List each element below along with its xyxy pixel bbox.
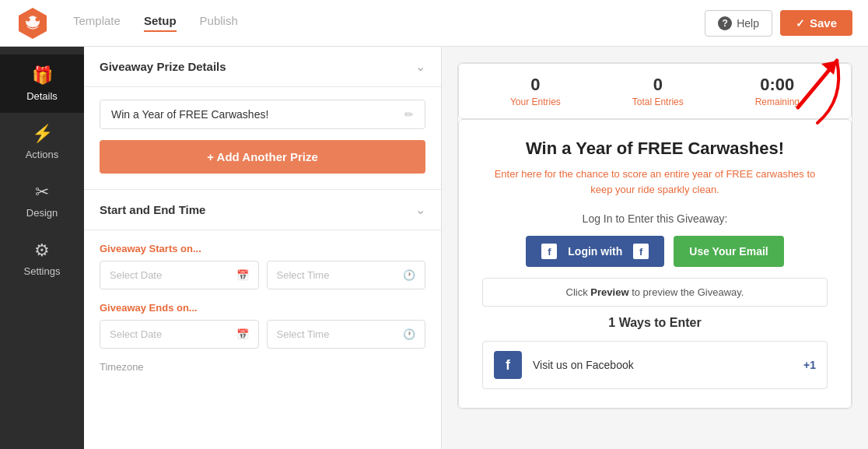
sidebar-item-label-actions: Actions <box>26 149 59 160</box>
end-time-input[interactable]: Select Time 🕐 <box>267 320 426 349</box>
entry-facebook-icon: f <box>494 351 522 379</box>
nav-actions: ? Help ✓ Save <box>705 10 852 37</box>
login-with-fb-text: Login with <box>568 245 622 258</box>
end-date-input[interactable]: Select Date 📅 <box>100 320 259 349</box>
end-time-placeholder: Select Time <box>277 328 330 340</box>
svg-point-4 <box>30 16 35 19</box>
svg-point-2 <box>26 17 30 21</box>
edit-icon[interactable]: ✏ <box>404 108 414 121</box>
giveaway-title: Win a Year of FREE Carwashes! <box>482 139 828 159</box>
clock-icon: 🕐 <box>403 269 415 281</box>
sidebar: 🎁 Details ⚡ Actions ✂ Design ⚙ Settings <box>0 47 84 449</box>
login-prompt: Log In to Enter this Giveaway: <box>482 212 828 225</box>
start-time-placeholder: Select Time <box>277 269 330 281</box>
your-entries-stat: 0 Your Entries <box>510 75 561 107</box>
help-button[interactable]: ? Help <box>705 10 772 37</box>
clock-icon-2: 🕐 <box>403 328 415 340</box>
tab-setup[interactable]: Setup <box>144 14 177 32</box>
calendar-icon-2: 📅 <box>236 328 249 340</box>
email-login-button[interactable]: Use Your Email <box>674 236 783 267</box>
save-button[interactable]: ✓ Save <box>780 10 852 36</box>
prize-section-body: Win a Year of FREE Carwashes! ✏ + Add An… <box>84 87 441 189</box>
entry-method-facebook: f Visit us on Facebook +1 <box>482 341 828 389</box>
save-label: Save <box>810 16 837 30</box>
remaining-value: 0:00 <box>755 75 800 95</box>
sidebar-item-label-settings: Settings <box>24 265 61 277</box>
tooltip-bold: Preview <box>590 286 628 298</box>
main-layout: 🎁 Details ⚡ Actions ✂ Design ⚙ Settings … <box>0 47 868 449</box>
sidebar-item-details[interactable]: 🎁 Details <box>0 54 84 113</box>
end-date-placeholder: Select Date <box>110 328 162 340</box>
login-prompt-text: Log In to Enter this Giveaway: <box>583 212 728 225</box>
giveaway-desc: Enter here for the chance to score an en… <box>482 167 828 197</box>
total-entries-stat: 0 Total Entries <box>632 75 684 107</box>
help-label: Help <box>737 17 759 30</box>
facebook-entry-text: Visit us on Facebook <box>533 359 793 371</box>
starts-label: Giveaway Starts on... <box>100 243 425 254</box>
start-datetime-row: Select Date 📅 Select Time 🕐 <box>100 261 425 289</box>
datetime-section-body: Giveaway Starts on... Select Date 📅 Sele… <box>84 230 441 388</box>
content-panel: Giveaway Prize Details ⌄ Win a Year of F… <box>84 47 442 449</box>
preview-panel: 0 Your Entries 0 Total Entries 0:00 Rema… <box>442 47 868 449</box>
giveaway-desc-highlight: FREE carwashes <box>726 168 803 180</box>
prize-input-row: Win a Year of FREE Carwashes! ✏ <box>100 100 425 129</box>
nav-tabs: Template Setup Publish <box>73 14 705 32</box>
datetime-section-header[interactable]: Start and End Time ⌄ <box>84 190 441 230</box>
ends-label: Giveaway Ends on... <box>100 302 425 314</box>
stats-bar: 0 Your Entries 0 Total Entries 0:00 Rema… <box>458 63 852 119</box>
sidebar-item-label-details: Details <box>26 90 58 102</box>
prize-value-text: Win a Year of FREE Carwashes! <box>111 108 404 121</box>
sidebar-item-actions[interactable]: ⚡ Actions <box>0 113 84 171</box>
check-icon: ✓ <box>796 17 805 30</box>
datetime-section-title: Start and End Time <box>100 203 205 216</box>
tab-publish[interactable]: Publish <box>200 14 238 32</box>
start-date-placeholder: Select Date <box>110 269 162 281</box>
entry-points: +1 <box>803 359 816 371</box>
preview-card: 0 Your Entries 0 Total Entries 0:00 Rema… <box>457 62 852 409</box>
prize-section-header[interactable]: Giveaway Prize Details ⌄ <box>84 47 441 86</box>
add-prize-label: + Add Another Prize <box>207 150 318 163</box>
calendar-icon: 📅 <box>236 269 249 281</box>
design-icon: ✂ <box>35 182 49 202</box>
end-datetime-row: Select Date 📅 Select Time 🕐 <box>100 320 425 349</box>
tooltip-text-1: Click <box>566 286 588 298</box>
add-prize-button[interactable]: + Add Another Prize <box>100 140 425 174</box>
preview-wrapper: 0 Your Entries 0 Total Entries 0:00 Rema… <box>457 62 852 409</box>
giveaway-desc-1: Enter here for the chance to score an en… <box>495 168 723 180</box>
sidebar-item-design[interactable]: ✂ Design <box>0 171 84 230</box>
settings-icon: ⚙ <box>34 240 50 261</box>
help-icon: ? <box>718 16 732 30</box>
logo <box>16 6 50 40</box>
sidebar-item-settings[interactable]: ⚙ Settings <box>0 230 84 288</box>
start-date-input[interactable]: Select Date 📅 <box>100 261 259 289</box>
actions-icon: ⚡ <box>32 124 53 144</box>
total-entries-value: 0 <box>632 75 684 95</box>
preview-tooltip: Click Preview to preview the Giveaway. <box>482 278 828 307</box>
total-entries-label: Total Entries <box>632 96 684 107</box>
top-nav: Template Setup Publish ? Help ✓ Save <box>0 0 868 47</box>
login-buttons: f Login with f Use Your Email <box>482 236 828 267</box>
remaining-stat: 0:00 Remaining <box>755 75 800 107</box>
ways-to-enter: 1 Ways to Enter <box>482 316 828 330</box>
prize-chevron-icon: ⌄ <box>415 59 425 74</box>
facebook-btn-icon: f <box>541 244 557 259</box>
gift-icon: 🎁 <box>32 65 53 86</box>
facebook-login-button[interactable]: f Login with f <box>526 236 664 267</box>
remaining-label: Remaining <box>755 96 800 107</box>
tooltip-text-2: to preview the Giveaway. <box>632 286 744 298</box>
giveaway-card: Win a Year of FREE Carwashes! Enter here… <box>458 119 852 409</box>
your-entries-value: 0 <box>510 75 561 95</box>
facebook-logo: f <box>633 244 649 259</box>
prize-section-title: Giveaway Prize Details <box>100 60 226 73</box>
datetime-chevron-icon: ⌄ <box>415 202 425 217</box>
svg-point-3 <box>36 17 40 21</box>
timezone-label: Timezone <box>100 361 425 373</box>
use-email-label: Use Your Email <box>689 245 768 258</box>
start-time-input[interactable]: Select Time 🕐 <box>267 261 426 289</box>
tab-template[interactable]: Template <box>73 14 121 32</box>
sidebar-item-label-design: Design <box>26 207 58 219</box>
your-entries-label: Your Entries <box>510 96 561 107</box>
